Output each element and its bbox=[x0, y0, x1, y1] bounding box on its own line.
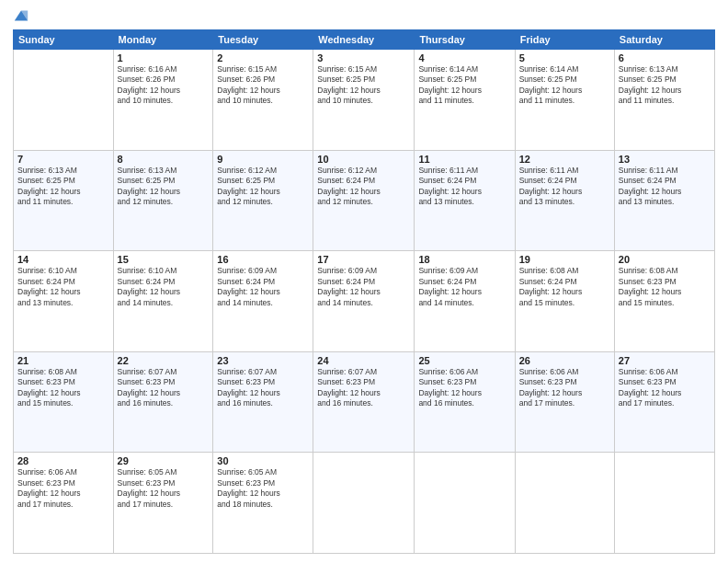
day-number: 27 bbox=[619, 355, 711, 366]
header bbox=[13, 9, 715, 24]
day-number: 17 bbox=[317, 254, 410, 265]
day-number: 13 bbox=[619, 154, 711, 165]
day-info: Sunrise: 6:10 AMSunset: 6:24 PMDaylight:… bbox=[17, 266, 109, 308]
day-info: Sunrise: 6:06 AMSunset: 6:23 PMDaylight:… bbox=[619, 367, 711, 409]
calendar-header-row: SundayMondayTuesdayWednesdayThursdayFrid… bbox=[14, 30, 715, 50]
day-number: 24 bbox=[317, 355, 410, 366]
calendar-cell: 24Sunrise: 6:07 AMSunset: 6:23 PMDayligh… bbox=[313, 351, 415, 453]
day-number: 8 bbox=[118, 154, 210, 165]
day-number: 10 bbox=[317, 154, 410, 165]
day-number: 28 bbox=[17, 455, 109, 466]
day-info: Sunrise: 6:15 AMSunset: 6:26 PMDaylight:… bbox=[217, 64, 309, 107]
day-info: Sunrise: 6:05 AMSunset: 6:23 PMDaylight:… bbox=[118, 467, 210, 510]
calendar-cell: 12Sunrise: 6:11 AMSunset: 6:24 PMDayligh… bbox=[515, 150, 614, 251]
calendar-day-header: Sunday bbox=[14, 30, 114, 50]
day-info: Sunrise: 6:16 AMSunset: 6:26 PMDaylight:… bbox=[118, 64, 210, 107]
calendar-cell bbox=[415, 453, 515, 554]
day-number: 14 bbox=[17, 254, 109, 265]
calendar-table: SundayMondayTuesdayWednesdayThursdayFrid… bbox=[13, 29, 715, 554]
calendar-cell: 30Sunrise: 6:05 AMSunset: 6:23 PMDayligh… bbox=[213, 453, 313, 554]
calendar-cell: 3Sunrise: 6:15 AMSunset: 6:25 PMDaylight… bbox=[313, 50, 415, 151]
day-info: Sunrise: 6:13 AMSunset: 6:25 PMDaylight:… bbox=[17, 166, 109, 208]
day-number: 2 bbox=[217, 52, 309, 63]
calendar-day-header: Wednesday bbox=[313, 30, 415, 50]
calendar-day-header: Monday bbox=[113, 30, 213, 50]
day-number: 15 bbox=[118, 254, 210, 265]
day-number: 1 bbox=[118, 52, 210, 63]
day-info: Sunrise: 6:09 AMSunset: 6:24 PMDaylight:… bbox=[317, 266, 410, 308]
day-number: 19 bbox=[519, 254, 610, 265]
day-info: Sunrise: 6:09 AMSunset: 6:24 PMDaylight:… bbox=[217, 266, 309, 308]
calendar-cell: 25Sunrise: 6:06 AMSunset: 6:23 PMDayligh… bbox=[415, 351, 515, 453]
day-info: Sunrise: 6:14 AMSunset: 6:25 PMDaylight:… bbox=[519, 64, 610, 107]
calendar-cell bbox=[614, 453, 714, 554]
calendar-cell: 4Sunrise: 6:14 AMSunset: 6:25 PMDaylight… bbox=[415, 50, 515, 151]
day-info: Sunrise: 6:11 AMSunset: 6:24 PMDaylight:… bbox=[619, 166, 711, 208]
day-number: 25 bbox=[418, 355, 510, 366]
day-info: Sunrise: 6:14 AMSunset: 6:25 PMDaylight:… bbox=[418, 64, 510, 107]
day-number: 21 bbox=[17, 355, 109, 366]
day-number: 22 bbox=[118, 355, 210, 366]
logo bbox=[13, 9, 31, 24]
calendar-cell bbox=[313, 453, 415, 554]
calendar-week-row: 14Sunrise: 6:10 AMSunset: 6:24 PMDayligh… bbox=[14, 251, 715, 352]
calendar-cell: 27Sunrise: 6:06 AMSunset: 6:23 PMDayligh… bbox=[614, 351, 714, 453]
calendar-cell bbox=[515, 453, 614, 554]
day-number: 23 bbox=[217, 355, 309, 366]
day-number: 9 bbox=[217, 154, 309, 165]
calendar-cell: 11Sunrise: 6:11 AMSunset: 6:24 PMDayligh… bbox=[415, 150, 515, 251]
calendar-day-header: Saturday bbox=[614, 30, 714, 50]
day-number: 20 bbox=[619, 254, 711, 265]
calendar-cell: 5Sunrise: 6:14 AMSunset: 6:25 PMDaylight… bbox=[515, 50, 614, 151]
calendar-cell: 2Sunrise: 6:15 AMSunset: 6:26 PMDaylight… bbox=[213, 50, 313, 151]
day-info: Sunrise: 6:07 AMSunset: 6:23 PMDaylight:… bbox=[317, 367, 410, 409]
calendar-cell: 29Sunrise: 6:05 AMSunset: 6:23 PMDayligh… bbox=[113, 453, 213, 554]
calendar-week-row: 1Sunrise: 6:16 AMSunset: 6:26 PMDaylight… bbox=[14, 50, 715, 151]
calendar-cell: 14Sunrise: 6:10 AMSunset: 6:24 PMDayligh… bbox=[14, 251, 114, 352]
day-info: Sunrise: 6:06 AMSunset: 6:23 PMDaylight:… bbox=[519, 367, 610, 409]
calendar-cell: 26Sunrise: 6:06 AMSunset: 6:23 PMDayligh… bbox=[515, 351, 614, 453]
day-info: Sunrise: 6:11 AMSunset: 6:24 PMDaylight:… bbox=[519, 166, 610, 208]
calendar-cell: 23Sunrise: 6:07 AMSunset: 6:23 PMDayligh… bbox=[213, 351, 313, 453]
day-number: 7 bbox=[17, 154, 109, 165]
day-number: 11 bbox=[418, 154, 510, 165]
day-number: 26 bbox=[519, 355, 610, 366]
calendar-cell: 18Sunrise: 6:09 AMSunset: 6:24 PMDayligh… bbox=[415, 251, 515, 352]
day-info: Sunrise: 6:05 AMSunset: 6:23 PMDaylight:… bbox=[217, 467, 309, 510]
day-info: Sunrise: 6:08 AMSunset: 6:23 PMDaylight:… bbox=[17, 367, 109, 409]
day-info: Sunrise: 6:13 AMSunset: 6:25 PMDaylight:… bbox=[619, 64, 711, 107]
calendar-cell: 21Sunrise: 6:08 AMSunset: 6:23 PMDayligh… bbox=[14, 351, 114, 453]
day-info: Sunrise: 6:13 AMSunset: 6:25 PMDaylight:… bbox=[118, 166, 210, 208]
calendar-cell: 1Sunrise: 6:16 AMSunset: 6:26 PMDaylight… bbox=[113, 50, 213, 151]
calendar-cell: 9Sunrise: 6:12 AMSunset: 6:25 PMDaylight… bbox=[213, 150, 313, 251]
calendar-day-header: Tuesday bbox=[213, 30, 313, 50]
calendar-cell: 20Sunrise: 6:08 AMSunset: 6:23 PMDayligh… bbox=[614, 251, 714, 352]
day-info: Sunrise: 6:12 AMSunset: 6:25 PMDaylight:… bbox=[217, 166, 309, 208]
day-info: Sunrise: 6:12 AMSunset: 6:24 PMDaylight:… bbox=[317, 166, 410, 208]
calendar-cell: 10Sunrise: 6:12 AMSunset: 6:24 PMDayligh… bbox=[313, 150, 415, 251]
day-info: Sunrise: 6:08 AMSunset: 6:23 PMDaylight:… bbox=[619, 266, 711, 308]
day-info: Sunrise: 6:10 AMSunset: 6:24 PMDaylight:… bbox=[118, 266, 210, 308]
calendar-week-row: 28Sunrise: 6:06 AMSunset: 6:23 PMDayligh… bbox=[14, 453, 715, 554]
calendar-cell: 17Sunrise: 6:09 AMSunset: 6:24 PMDayligh… bbox=[313, 251, 415, 352]
day-number: 5 bbox=[519, 52, 610, 63]
calendar-day-header: Thursday bbox=[415, 30, 515, 50]
calendar-week-row: 21Sunrise: 6:08 AMSunset: 6:23 PMDayligh… bbox=[14, 351, 715, 453]
day-info: Sunrise: 6:06 AMSunset: 6:23 PMDaylight:… bbox=[418, 367, 510, 409]
calendar-cell: 8Sunrise: 6:13 AMSunset: 6:25 PMDaylight… bbox=[113, 150, 213, 251]
day-number: 18 bbox=[418, 254, 510, 265]
day-info: Sunrise: 6:09 AMSunset: 6:24 PMDaylight:… bbox=[418, 266, 510, 308]
day-number: 30 bbox=[217, 455, 309, 466]
calendar-cell: 15Sunrise: 6:10 AMSunset: 6:24 PMDayligh… bbox=[113, 251, 213, 352]
day-number: 4 bbox=[418, 52, 510, 63]
calendar-day-header: Friday bbox=[515, 30, 614, 50]
calendar-week-row: 7Sunrise: 6:13 AMSunset: 6:25 PMDaylight… bbox=[14, 150, 715, 251]
page: SundayMondayTuesdayWednesdayThursdayFrid… bbox=[0, 0, 728, 563]
calendar-cell: 19Sunrise: 6:08 AMSunset: 6:24 PMDayligh… bbox=[515, 251, 614, 352]
day-info: Sunrise: 6:11 AMSunset: 6:24 PMDaylight:… bbox=[418, 166, 510, 208]
day-info: Sunrise: 6:08 AMSunset: 6:24 PMDaylight:… bbox=[519, 266, 610, 308]
day-info: Sunrise: 6:07 AMSunset: 6:23 PMDaylight:… bbox=[217, 367, 309, 409]
day-number: 3 bbox=[317, 52, 410, 63]
calendar-cell: 28Sunrise: 6:06 AMSunset: 6:23 PMDayligh… bbox=[14, 453, 114, 554]
calendar-cell: 7Sunrise: 6:13 AMSunset: 6:25 PMDaylight… bbox=[14, 150, 114, 251]
